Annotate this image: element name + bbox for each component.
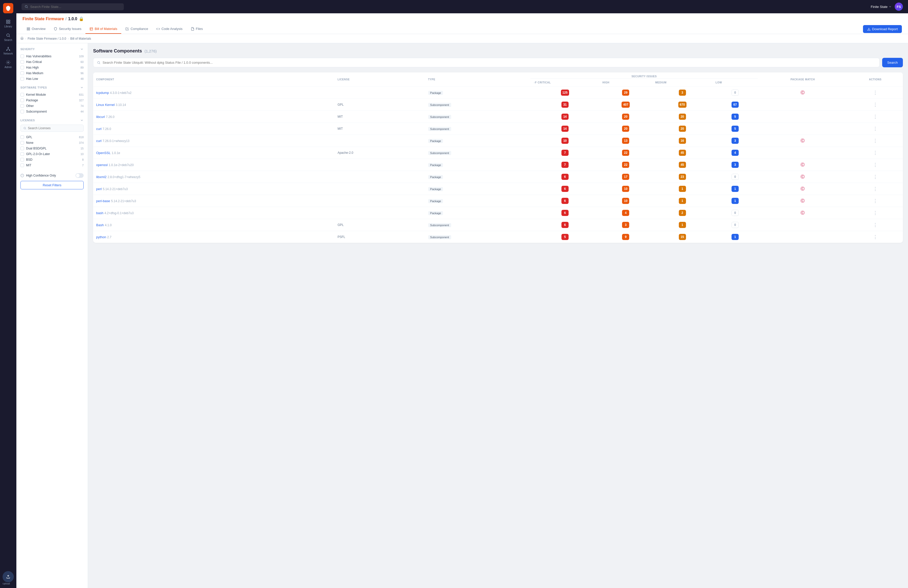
- filter-has-high[interactable]: Has High 89: [21, 65, 84, 70]
- th-critical[interactable]: ↑F CRITICAL: [530, 79, 599, 87]
- checkbox-mit[interactable]: [21, 164, 24, 167]
- row-more-button[interactable]: ⋮: [871, 126, 879, 132]
- checkbox-has-medium[interactable]: [21, 71, 24, 75]
- cell-high: 10: [599, 183, 652, 195]
- component-search-input[interactable]: [103, 61, 876, 64]
- cell-critical: 6: [530, 171, 599, 183]
- download-report-button[interactable]: Download Report: [863, 25, 902, 33]
- row-more-button[interactable]: ⋮: [871, 234, 879, 240]
- component-link[interactable]: bash: [96, 211, 103, 215]
- filter-mit[interactable]: MIT 7: [21, 163, 84, 168]
- row-more-button[interactable]: ⋮: [871, 222, 879, 228]
- row-more-button[interactable]: ⋮: [871, 174, 879, 180]
- cell-type: Package: [425, 183, 531, 195]
- filter-dual-bsd-gpl[interactable]: Dual BSD/GPL 15: [21, 146, 84, 151]
- filter-has-medium[interactable]: Has Medium 96: [21, 70, 84, 76]
- component-link[interactable]: tcpdump: [96, 91, 109, 95]
- component-link[interactable]: perl: [96, 187, 102, 191]
- component-link[interactable]: curl: [96, 127, 101, 131]
- checkbox-has-high[interactable]: [21, 66, 24, 69]
- checkbox-gpl[interactable]: [21, 135, 24, 139]
- licenses-section-header[interactable]: LICENSES: [21, 118, 84, 122]
- low-badge: 0: [731, 90, 739, 96]
- component-search-button[interactable]: Search: [882, 58, 903, 67]
- row-more-button[interactable]: ⋮: [871, 89, 879, 96]
- license-search-input[interactable]: [28, 126, 81, 130]
- component-link[interactable]: Linux Kernel: [96, 103, 114, 107]
- row-more-button[interactable]: ⋮: [871, 161, 879, 168]
- filter-package[interactable]: Package 327: [21, 97, 84, 103]
- checkbox-has-low[interactable]: [21, 77, 24, 81]
- high-confidence-toggle[interactable]: [76, 173, 84, 178]
- row-more-button[interactable]: ⋮: [871, 101, 879, 108]
- app-logo[interactable]: [3, 3, 13, 13]
- component-link[interactable]: python: [96, 235, 106, 239]
- filter-has-critical[interactable]: Has Critical 60: [21, 59, 84, 65]
- filter-kernel-module[interactable]: Kernel Module 831: [21, 92, 84, 97]
- severity-section-header[interactable]: SEVERITY: [21, 47, 84, 51]
- component-link[interactable]: curl: [96, 139, 101, 143]
- tenant-selector[interactable]: Finite State: [871, 5, 892, 9]
- upload-button[interactable]: [3, 571, 14, 582]
- filter-subcomponent[interactable]: Subcomponent 44: [21, 109, 84, 114]
- checkbox-none[interactable]: [21, 141, 24, 145]
- checkbox-kernel-module[interactable]: [21, 93, 24, 97]
- sidebar-item-search[interactable]: Search: [1, 31, 15, 43]
- component-search-box[interactable]: [93, 58, 880, 67]
- tab-files[interactable]: Files: [187, 24, 207, 34]
- breadcrumb-home-link[interactable]: [21, 37, 24, 40]
- checkbox-dual-bsd-gpl[interactable]: [21, 147, 24, 150]
- component-link[interactable]: openssl: [96, 163, 108, 167]
- component-link[interactable]: OpenSSL: [96, 151, 111, 155]
- checkbox-bsd[interactable]: [21, 158, 24, 161]
- component-link[interactable]: Bash: [96, 223, 104, 227]
- checkbox-other[interactable]: [21, 104, 24, 108]
- checkbox-has-vulnerabilities[interactable]: [21, 55, 24, 58]
- medium-badge: 3: [679, 90, 686, 96]
- tab-overview[interactable]: Overview: [23, 24, 50, 34]
- checkbox-package[interactable]: [21, 98, 24, 102]
- type-badge: Package: [428, 91, 443, 95]
- table-row: OpenSSL1.0.1e Apache-2.0 Subcomponent 7 …: [93, 147, 903, 159]
- row-more-button[interactable]: ⋮: [871, 150, 879, 156]
- tab-bill-of-materials[interactable]: Bill of Materials: [85, 24, 121, 34]
- cell-high: 9: [599, 231, 652, 243]
- user-avatar[interactable]: FS: [895, 3, 903, 11]
- checkbox-subcomponent[interactable]: [21, 110, 24, 113]
- tab-compliance[interactable]: Compliance: [121, 24, 152, 34]
- row-more-button[interactable]: ⋮: [871, 185, 879, 192]
- type-badge: Package: [428, 199, 443, 203]
- firmware-breadcrumb-link[interactable]: Finite State Firmware: [23, 17, 64, 21]
- sidebar-item-network[interactable]: Network: [1, 45, 15, 57]
- checkbox-has-critical[interactable]: [21, 60, 24, 64]
- row-more-button[interactable]: ⋮: [871, 137, 879, 144]
- filter-bsd[interactable]: BSD 8: [21, 157, 84, 163]
- license-search[interactable]: [21, 125, 84, 132]
- reset-filters-button[interactable]: Reset Filters: [21, 181, 84, 189]
- filter-gpl-2-or-later[interactable]: GPL-2.0-Or-Later 10: [21, 151, 84, 157]
- tab-security-issues[interactable]: Security Issues: [50, 24, 85, 34]
- tab-code-analysis[interactable]: Code Analysis: [152, 24, 187, 34]
- row-more-button[interactable]: ⋮: [871, 209, 879, 216]
- component-link[interactable]: perl-base: [96, 199, 110, 203]
- sidebar-item-library[interactable]: Library: [1, 18, 15, 30]
- cell-component: python2.7: [93, 231, 335, 243]
- breadcrumb-firmware-link[interactable]: Finite State Firmware / 1.0.0: [27, 37, 66, 40]
- cell-component: tcpdump4.3.0-1+deb7u2: [93, 87, 335, 99]
- filter-has-vulnerabilities[interactable]: Has Vulnerabilities 109: [21, 53, 84, 59]
- component-link[interactable]: libxml2: [96, 175, 106, 179]
- filter-has-low[interactable]: Has Low 48: [21, 76, 84, 82]
- global-search[interactable]: [21, 3, 124, 10]
- filter-none[interactable]: None 374: [21, 140, 84, 146]
- sidebar-item-admin[interactable]: Admin: [1, 58, 15, 71]
- component-link[interactable]: libcurl: [96, 115, 105, 119]
- row-more-button[interactable]: ⋮: [871, 198, 879, 204]
- global-search-input[interactable]: [30, 5, 121, 9]
- checkbox-gpl-2-or-later[interactable]: [21, 152, 24, 156]
- row-more-button[interactable]: ⋮: [871, 113, 879, 120]
- cell-critical: 10: [530, 135, 599, 147]
- filter-gpl[interactable]: GPL 818: [21, 134, 84, 140]
- filter-other[interactable]: Other 74: [21, 103, 84, 109]
- software-types-section-header[interactable]: SOFTWARE TYPES: [21, 86, 84, 89]
- cell-low: 5: [713, 123, 758, 135]
